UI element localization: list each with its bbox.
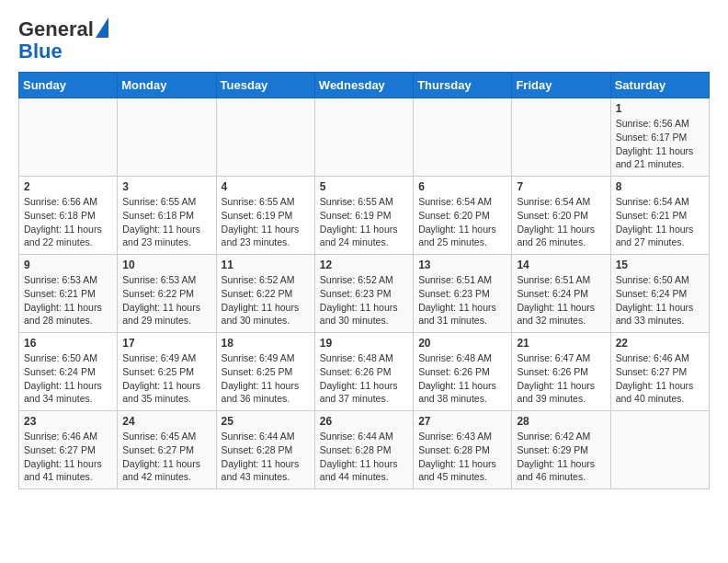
- header-sunday: Sunday: [19, 73, 118, 98]
- day-info: Sunrise: 6:45 AM Sunset: 6:27 PM Dayligh…: [122, 430, 210, 484]
- day-number: 28: [517, 415, 605, 428]
- day-number: 18: [222, 337, 310, 350]
- day-number: 14: [517, 259, 605, 271]
- day-info: Sunrise: 6:52 AM Sunset: 6:22 PM Dayligh…: [222, 273, 310, 327]
- day-number: 15: [616, 259, 704, 271]
- calendar-cell: 26Sunrise: 6:44 AM Sunset: 6:28 PM Dayli…: [314, 411, 413, 489]
- day-number: 16: [24, 337, 112, 350]
- day-info: Sunrise: 6:54 AM Sunset: 6:20 PM Dayligh…: [418, 195, 506, 249]
- calendar-week-row: 23Sunrise: 6:46 AM Sunset: 6:27 PM Dayli…: [19, 411, 710, 489]
- calendar-cell: [610, 411, 709, 489]
- day-info: Sunrise: 6:50 AM Sunset: 6:24 PM Dayligh…: [24, 351, 112, 406]
- calendar-cell: 13Sunrise: 6:51 AM Sunset: 6:23 PM Dayli…: [414, 255, 512, 333]
- header-monday: Monday: [118, 73, 216, 98]
- day-number: 13: [418, 259, 506, 271]
- calendar-cell: [314, 98, 413, 177]
- day-number: 23: [24, 415, 112, 428]
- logo-blue: Blue: [18, 40, 108, 63]
- calendar-cell: 3Sunrise: 6:55 AM Sunset: 6:18 PM Daylig…: [118, 177, 216, 255]
- header-tuesday: Tuesday: [216, 73, 314, 98]
- logo-general: General: [18, 18, 94, 40]
- calendar-cell: 15Sunrise: 6:50 AM Sunset: 6:24 PM Dayli…: [610, 255, 709, 333]
- day-info: Sunrise: 6:56 AM Sunset: 6:18 PM Dayligh…: [24, 195, 112, 249]
- day-number: 12: [320, 259, 408, 271]
- calendar-cell: 21Sunrise: 6:47 AM Sunset: 6:26 PM Dayli…: [512, 333, 610, 411]
- calendar-cell: [216, 98, 314, 177]
- day-number: 5: [320, 180, 408, 193]
- day-number: 2: [24, 180, 112, 193]
- calendar-cell: 17Sunrise: 6:49 AM Sunset: 6:25 PM Dayli…: [118, 333, 216, 411]
- calendar-cell: 14Sunrise: 6:51 AM Sunset: 6:24 PM Dayli…: [512, 255, 610, 333]
- day-number: 17: [122, 337, 210, 350]
- day-number: 22: [616, 337, 704, 350]
- day-info: Sunrise: 6:49 AM Sunset: 6:25 PM Dayligh…: [222, 351, 310, 406]
- day-number: 20: [418, 337, 506, 350]
- day-info: Sunrise: 6:56 AM Sunset: 6:17 PM Dayligh…: [616, 117, 704, 171]
- header-saturday: Saturday: [610, 73, 709, 98]
- day-info: Sunrise: 6:52 AM Sunset: 6:23 PM Dayligh…: [320, 273, 408, 327]
- calendar-week-row: 9Sunrise: 6:53 AM Sunset: 6:21 PM Daylig…: [19, 255, 710, 333]
- day-info: Sunrise: 6:43 AM Sunset: 6:28 PM Dayligh…: [418, 430, 506, 484]
- day-number: 4: [222, 180, 310, 193]
- calendar-cell: 10Sunrise: 6:53 AM Sunset: 6:22 PM Dayli…: [118, 255, 216, 333]
- calendar-cell: [118, 98, 216, 177]
- day-number: 25: [222, 415, 310, 428]
- day-info: Sunrise: 6:53 AM Sunset: 6:21 PM Dayligh…: [24, 273, 112, 327]
- header-friday: Friday: [512, 73, 610, 98]
- calendar-cell: [512, 98, 610, 177]
- calendar-cell: 6Sunrise: 6:54 AM Sunset: 6:20 PM Daylig…: [414, 177, 512, 255]
- day-number: 11: [222, 259, 310, 271]
- day-number: 9: [24, 259, 112, 271]
- day-number: 27: [418, 415, 506, 428]
- day-info: Sunrise: 6:48 AM Sunset: 6:26 PM Dayligh…: [418, 351, 506, 406]
- calendar-cell: 1Sunrise: 6:56 AM Sunset: 6:17 PM Daylig…: [610, 98, 709, 177]
- calendar-cell: 22Sunrise: 6:46 AM Sunset: 6:27 PM Dayli…: [610, 333, 709, 411]
- logo-arrow-icon: [96, 17, 108, 38]
- day-info: Sunrise: 6:54 AM Sunset: 6:21 PM Dayligh…: [616, 195, 704, 249]
- calendar-cell: 27Sunrise: 6:43 AM Sunset: 6:28 PM Dayli…: [414, 411, 512, 489]
- calendar-cell: 5Sunrise: 6:55 AM Sunset: 6:19 PM Daylig…: [314, 177, 413, 255]
- day-info: Sunrise: 6:54 AM Sunset: 6:20 PM Dayligh…: [517, 195, 605, 249]
- day-info: Sunrise: 6:44 AM Sunset: 6:28 PM Dayligh…: [222, 430, 310, 484]
- day-number: 3: [122, 180, 210, 193]
- calendar-cell: 20Sunrise: 6:48 AM Sunset: 6:26 PM Dayli…: [414, 333, 512, 411]
- day-number: 6: [418, 180, 506, 193]
- day-info: Sunrise: 6:55 AM Sunset: 6:19 PM Dayligh…: [320, 195, 408, 249]
- day-info: Sunrise: 6:47 AM Sunset: 6:26 PM Dayligh…: [517, 351, 605, 406]
- calendar-cell: 19Sunrise: 6:48 AM Sunset: 6:26 PM Dayli…: [314, 333, 413, 411]
- day-number: 21: [517, 337, 605, 350]
- page-header: General Blue: [18, 18, 710, 63]
- day-info: Sunrise: 6:44 AM Sunset: 6:28 PM Dayligh…: [320, 430, 408, 484]
- calendar-cell: 2Sunrise: 6:56 AM Sunset: 6:18 PM Daylig…: [19, 177, 118, 255]
- day-info: Sunrise: 6:42 AM Sunset: 6:29 PM Dayligh…: [517, 430, 605, 484]
- calendar-cell: 16Sunrise: 6:50 AM Sunset: 6:24 PM Dayli…: [19, 333, 118, 411]
- calendar-week-row: 16Sunrise: 6:50 AM Sunset: 6:24 PM Dayli…: [19, 333, 710, 411]
- calendar-week-row: 1Sunrise: 6:56 AM Sunset: 6:17 PM Daylig…: [19, 98, 710, 177]
- day-number: 24: [122, 415, 210, 428]
- calendar-cell: 25Sunrise: 6:44 AM Sunset: 6:28 PM Dayli…: [216, 411, 314, 489]
- calendar-table: SundayMondayTuesdayWednesdayThursdayFrid…: [18, 72, 710, 489]
- day-info: Sunrise: 6:55 AM Sunset: 6:18 PM Dayligh…: [122, 195, 210, 249]
- day-info: Sunrise: 6:55 AM Sunset: 6:19 PM Dayligh…: [222, 195, 310, 249]
- calendar-cell: [19, 98, 118, 177]
- day-number: 10: [122, 259, 210, 271]
- calendar-cell: 24Sunrise: 6:45 AM Sunset: 6:27 PM Dayli…: [118, 411, 216, 489]
- calendar-cell: 18Sunrise: 6:49 AM Sunset: 6:25 PM Dayli…: [216, 333, 314, 411]
- day-number: 8: [616, 180, 704, 193]
- day-info: Sunrise: 6:46 AM Sunset: 6:27 PM Dayligh…: [24, 430, 112, 484]
- calendar-cell: 7Sunrise: 6:54 AM Sunset: 6:20 PM Daylig…: [512, 177, 610, 255]
- calendar-cell: 4Sunrise: 6:55 AM Sunset: 6:19 PM Daylig…: [216, 177, 314, 255]
- day-number: 26: [320, 415, 408, 428]
- calendar-cell: 12Sunrise: 6:52 AM Sunset: 6:23 PM Dayli…: [314, 255, 413, 333]
- day-info: Sunrise: 6:46 AM Sunset: 6:27 PM Dayligh…: [616, 351, 704, 406]
- calendar-cell: 11Sunrise: 6:52 AM Sunset: 6:22 PM Dayli…: [216, 255, 314, 333]
- header-thursday: Thursday: [414, 73, 512, 98]
- day-info: Sunrise: 6:51 AM Sunset: 6:24 PM Dayligh…: [517, 273, 605, 327]
- header-wednesday: Wednesday: [314, 73, 413, 98]
- calendar-cell: 8Sunrise: 6:54 AM Sunset: 6:21 PM Daylig…: [610, 177, 709, 255]
- day-info: Sunrise: 6:50 AM Sunset: 6:24 PM Dayligh…: [616, 273, 704, 327]
- logo: General Blue: [18, 18, 108, 63]
- day-number: 7: [517, 180, 605, 193]
- calendar-cell: 23Sunrise: 6:46 AM Sunset: 6:27 PM Dayli…: [19, 411, 118, 489]
- day-info: Sunrise: 6:51 AM Sunset: 6:23 PM Dayligh…: [418, 273, 506, 327]
